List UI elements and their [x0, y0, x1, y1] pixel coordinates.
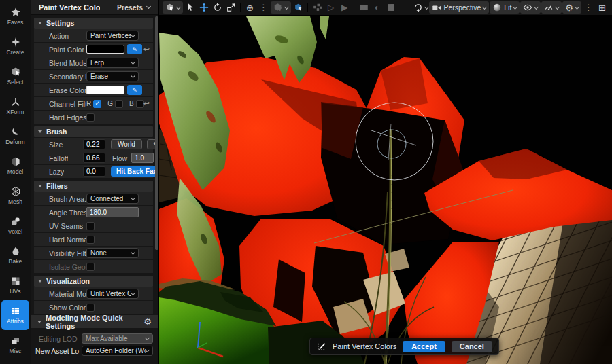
panel-title-bar: Paint Vertex Colors Presets [31, 0, 158, 15]
camera-orbit-dropdown[interactable] [413, 1, 428, 14]
checkerboard-icon [10, 276, 21, 287]
presets-dropdown[interactable]: Presets [117, 3, 150, 12]
sidebar-item-label: Misc [10, 348, 22, 354]
section-header-filters[interactable]: Filters [34, 181, 153, 192]
sidebar-item-model[interactable]: Model [1, 151, 29, 181]
sidebar-item-xform[interactable]: XForm [1, 91, 29, 121]
brush-area-dropdown[interactable]: Connected [86, 194, 139, 204]
droplet-icon [10, 246, 21, 257]
view-mode-dropdown[interactable]: Lit [490, 1, 520, 14]
wireframe-icon [10, 186, 21, 197]
sidebar-item-deform[interactable]: Deform [1, 121, 29, 151]
sidebar-item-voxel[interactable]: Voxel [1, 211, 29, 240]
chevron-down-icon [575, 4, 579, 9]
surface-snap-icon [273, 3, 283, 12]
blend-mode-dropdown[interactable]: Lerp [86, 58, 139, 68]
mirror-x-button [357, 1, 370, 14]
maximize-grid-icon: ⊞ [598, 3, 606, 13]
toolbar-separator [240, 3, 241, 12]
quick-settings-header[interactable]: Modeling Mode Quick Settings ⚙ [31, 315, 158, 328]
erase-color-swatch[interactable] [86, 86, 124, 94]
cube-cursor-icon [165, 3, 175, 12]
collapse-triangle-icon [38, 22, 42, 24]
section-header-brush[interactable]: Brush [34, 126, 153, 137]
mesh-element-selection-toggle[interactable] [292, 1, 305, 14]
rotate-icon [213, 3, 222, 12]
chevron-down-icon [513, 4, 517, 9]
material-mode-dropdown[interactable]: Unlit Vertex Co [86, 289, 139, 299]
falloff-input[interactable]: 0.66 [83, 153, 105, 163]
sidebar-item-misc[interactable]: Misc [1, 330, 29, 360]
half-circle-icon: ◐ [375, 3, 379, 12]
voxel-blobs-icon [10, 216, 21, 227]
channel-r-checkbox[interactable]: ✓ [93, 100, 101, 108]
sidebar-item-uvs[interactable]: UVs [1, 270, 29, 300]
action-dropdown[interactable]: Paint Vertices [86, 31, 139, 41]
world-size-button[interactable]: World [111, 139, 142, 149]
chevron-down-icon [176, 4, 181, 9]
chevron-down-icon [145, 348, 150, 352]
hard-normals-checkbox[interactable] [86, 236, 95, 244]
sidebar-item-bake[interactable]: Bake [1, 240, 29, 270]
select-tool-button[interactable] [184, 1, 197, 14]
scale-tool-button[interactable] [224, 1, 237, 14]
angle-threshold-input[interactable]: 180.0 [86, 207, 139, 217]
row-hard-normals: Hard Normals [34, 233, 153, 246]
rotate-tool-button[interactable] [211, 1, 224, 14]
selection-mode-dropdown[interactable] [163, 1, 183, 14]
collapse-triangle-icon [37, 321, 41, 323]
row-secondary-brush: Secondary B.. Erase [34, 70, 153, 83]
presets-label: Presets [117, 3, 143, 12]
paint-tool-icon [316, 342, 326, 352]
uv-seams-checkbox[interactable] [86, 222, 95, 230]
pencil-icon: ✎ [132, 87, 137, 94]
channel-g-checkbox[interactable] [115, 100, 123, 108]
sidebar-item-mesh[interactable]: Mesh [1, 181, 29, 211]
scrollbar-thumb[interactable] [155, 16, 158, 250]
projection-dropdown[interactable]: Perspective [429, 1, 489, 14]
sidebar-item-label: Create [6, 49, 24, 56]
accept-button[interactable]: Accept [403, 341, 445, 352]
secondary-brush-dropdown[interactable]: Erase [86, 71, 139, 81]
viewport-3d-view[interactable] [159, 15, 612, 364]
maximize-viewport-button[interactable]: ⊞ [596, 1, 609, 14]
show-flags-dropdown[interactable] [520, 1, 541, 14]
hit-back-faces-button[interactable]: Hit Back Faces [111, 166, 158, 177]
erase-color-picker-button[interactable]: ✎ [127, 85, 142, 95]
sidebar-item-select[interactable]: Select [1, 61, 29, 91]
cancel-button[interactable]: Cancel [452, 341, 492, 352]
sidebar-item-label: Faves [7, 19, 24, 26]
size-input[interactable]: 0.22 [83, 139, 105, 149]
section-header-settings[interactable]: Settings [34, 18, 153, 29]
row-material-mode: Material Mode Unlit Vertex Co [34, 287, 153, 300]
sidebar-item-attribs[interactable]: Attribs [1, 300, 29, 330]
panel-scrollbar[interactable] [155, 16, 158, 346]
camera-speed-dropdown[interactable] [541, 1, 562, 14]
hard-edges-checkbox[interactable] [86, 113, 95, 122]
row-brush-size: Size 0.22 World ✎ [34, 138, 153, 151]
visibility-filter-dropdown[interactable]: None [86, 248, 139, 258]
new-asset-location-dropdown[interactable]: AutoGen Folder (Wor [82, 346, 153, 356]
reset-to-default-icon[interactable]: ↩ [143, 46, 150, 53]
viewport-settings-dropdown[interactable]: ⚙ [562, 1, 581, 14]
lazy-input[interactable]: 0.0 [83, 166, 105, 177]
row-new-asset-location: New Asset Lo AutoGen Folder (Wor [34, 346, 153, 356]
sidebar-item-label: Voxel [8, 228, 22, 235]
viewport-toolbar: ⊕ ⋮ ▷ ▶ ◐ [159, 0, 612, 15]
chevron-down-icon [131, 196, 135, 200]
viewport-options-kebab[interactable]: ⋮ [582, 1, 595, 14]
editing-lod-dropdown: Max Available [82, 333, 153, 344]
sidebar-item-faves[interactable]: Faves [1, 1, 29, 31]
move-tool-button[interactable] [197, 1, 210, 14]
paint-color-picker-button[interactable]: ✎ [127, 44, 142, 54]
gear-icon[interactable]: ⚙ [143, 316, 152, 327]
chevron-down-icon [131, 33, 135, 37]
world-space-toggle[interactable]: ⊕ [243, 1, 256, 14]
section-header-visualization[interactable]: Visualization [34, 276, 153, 287]
paint-color-swatch[interactable] [86, 45, 124, 54]
reset-to-default-icon[interactable]: ↩ [143, 100, 150, 107]
show-color-checkbox[interactable] [86, 304, 95, 312]
flow-input[interactable]: 1.0 [131, 153, 154, 163]
sidebar-item-create[interactable]: Create [1, 31, 29, 61]
transform-options-kebab[interactable]: ⋮ [257, 1, 270, 14]
